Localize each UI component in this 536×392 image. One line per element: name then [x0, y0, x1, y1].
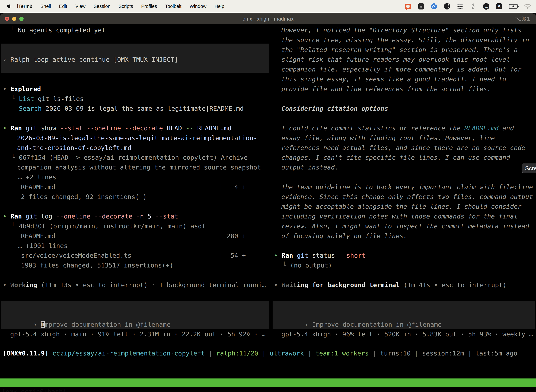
elided-lines-note: … +2 lines	[18, 172, 56, 182]
menu-item-shell[interactable]: Shell	[36, 4, 55, 9]
apple-icon	[7, 3, 11, 9]
reasoning-text-line: might be acceptable alongside the file l…	[281, 202, 522, 211]
list-tool-line: └ List git ls-files	[11, 94, 84, 104]
tmux-status-bar: [omx-cczip0:bash* "MacBook-Pro-44.local"…	[0, 378, 536, 387]
elided-lines-note: … +1901 lines	[18, 241, 68, 251]
menu-item-toolbelt[interactable]: Toolbelt	[161, 4, 186, 9]
battery-icon[interactable]	[509, 3, 518, 10]
right-session-stats: gpt-5.4 xhigh · 96% left · 520K in · 5.8…	[281, 329, 533, 339]
diffstat-line: README.md | 4 +	[21, 182, 246, 192]
command-arg-line: and-the-erosion-of-copyleft.md	[17, 143, 131, 153]
commit-output-line: └ 067f154 (HEAD -> essay/ai-reimplementa…	[11, 153, 248, 163]
badge-61-icon[interactable]: ..61	[483, 3, 490, 10]
screen-tooltip: Scre	[522, 163, 536, 173]
reasoning-text-line: references need actual files, and since …	[281, 143, 525, 153]
command-arg-line: 2026-03-09-is-legal-the-same-as-legitima…	[17, 133, 257, 143]
menu-item-iterm2[interactable]: iTerm2	[13, 4, 36, 9]
prompt-chevron-icon: ›	[33, 321, 41, 328]
a-key-icon[interactable]: A	[496, 3, 502, 10]
reasoning-text-line: companion file, especially if more comme…	[281, 65, 522, 74]
tree-guide	[12, 132, 12, 155]
a-key-label: A	[496, 3, 502, 9]
explored-header: • Explored	[3, 84, 41, 94]
terminal-content[interactable]: └ No agents completed yet › Ralph loop a…	[0, 24, 536, 392]
working-status-line: • Working (11m 13s • esc to interrupt) ·…	[3, 280, 266, 290]
reasoning-text-line: the "Related research writing" section i…	[281, 45, 518, 55]
ran-git-status-line: • Ran git status --short	[274, 251, 365, 261]
reasoning-text-line: changes, I can't cite specific file line…	[281, 153, 510, 163]
reasoning-text-line: including verification notes with those …	[281, 211, 518, 221]
menu-item-scripts[interactable]: Scripts	[115, 4, 137, 9]
reasoning-text-line: evidence. Since this change only affects…	[281, 192, 533, 202]
menu-item-edit[interactable]: Edit	[55, 4, 72, 9]
badge-61-label: ..61	[483, 3, 489, 10]
prompt-chevron-icon: ›	[304, 321, 312, 328]
reasoning-text-line: this single essay, it seems like a good …	[281, 74, 506, 84]
diffstat-line: README.md | 280 +	[21, 231, 246, 241]
diffstat-summary-line: 1903 files changed, 513517 insertions(+)	[21, 261, 173, 270]
prompt-placeholder: mprove documentation in @filename	[45, 321, 170, 328]
commit-output-line: companion analysis without altering the …	[17, 163, 261, 172]
squiggle-icon[interactable]	[469, 3, 477, 10]
ran-git-log-line: • Ran git log --oneline --decorate -n 5 …	[3, 211, 178, 221]
ran-git-show-line: • Ran git show --stat --oneline --decora…	[3, 123, 232, 133]
reasoning-text-line: the source tree, missing the essay. Stil…	[281, 35, 529, 45]
menu-item-window[interactable]: Window	[186, 4, 211, 9]
menu-item-help[interactable]: Help	[211, 4, 228, 9]
tmux-session-label[interactable]: [omx-cczip0:bash*	[2, 387, 67, 392]
wifi-icon[interactable]	[524, 3, 531, 10]
reasoning-text-line: I could cite commit statistics or refere…	[281, 123, 514, 133]
blue-bolt-icon[interactable]	[431, 3, 438, 10]
dots-grid-icon[interactable]	[456, 3, 464, 10]
keypad-shield-icon[interactable]	[417, 3, 425, 10]
window-shortcut-badge: ⌥⌘1	[515, 13, 530, 24]
window-title: omx --xhigh --madmax	[0, 13, 536, 24]
reasoning-text-line: review. Also, I might want to inspect th…	[281, 221, 529, 231]
prompt-placeholder: Improve documentation in @filename	[312, 321, 442, 328]
left-session-stats: gpt-5.4 xhigh · main · 91% left · 2.31M …	[10, 329, 266, 339]
right-prompt-input[interactable]: › Improve documentation in @filename	[274, 310, 442, 320]
diffstat-line: src/voice/voiceModeEnabled.ts | 54 +	[21, 251, 246, 261]
omx-status-line: [OMX#0.11.9] cczip/essay/ai-reimplementa…	[3, 348, 517, 358]
ralph-loop-line: › Ralph loop active continue [OMX_TMUX_I…	[3, 55, 178, 65]
search-tool-line: Search 2026-03-09-is-legal-the-same-as-l…	[19, 104, 244, 113]
right-pane-bottom-border	[271, 344, 536, 344]
no-output-line: └ (no output)	[282, 261, 332, 270]
iterm2-window: omx --xhigh --madmax ⌥⌘1 └ No agents com…	[0, 13, 536, 392]
menu-bar: iTerm2 Shell Edit View Session Scripts P…	[0, 0, 536, 13]
reasoning-text-line: The team guideline is to back every impo…	[281, 182, 533, 192]
menu-item-session[interactable]: Session	[90, 4, 115, 9]
menubar-status-icons: ..61 A	[404, 3, 536, 10]
reasoning-text-line: However, I noticed the "Directory Struct…	[281, 25, 522, 35]
reasoning-text-line: provide file and line references from th…	[281, 84, 491, 94]
reasoning-section-heading: Considering citation options	[281, 104, 388, 113]
diffstat-summary-line: 2 files changed, 92 insertions(+)	[21, 192, 147, 202]
menu-item-profiles[interactable]: Profiles	[137, 4, 161, 9]
menu-item-view[interactable]: View	[71, 4, 90, 9]
right-pane[interactable]: However, I noticed the "Directory Struct…	[271, 24, 536, 344]
text-cursor: I	[41, 321, 45, 328]
left-pane[interactable]: └ No agents completed yet › Ralph loop a…	[0, 24, 271, 344]
title-bar[interactable]: omx --xhigh --madmax ⌥⌘1	[0, 13, 536, 24]
left-pane-bottom-border	[0, 344, 271, 344]
reasoning-text-line: output instead.	[281, 163, 339, 172]
commit-output-line: └ 4b9d30f (origin/main, instructkr/main,…	[11, 221, 206, 231]
agents-status-line: └ No agents completed yet	[10, 25, 105, 35]
apple-menu[interactable]	[7, 3, 11, 9]
reasoning-text-line: essay file, along with finding root file…	[281, 133, 495, 143]
reasoning-text-line: slight risk that future readers may over…	[281, 55, 510, 65]
left-prompt-input[interactable]: › Improve documentation in @filename	[3, 310, 171, 320]
reasoning-text-line: of focusing solely on file lines.	[281, 231, 407, 241]
dark-crescent-icon[interactable]	[444, 3, 450, 10]
waiting-status-line: • Waiting for background terminal (1m 41…	[274, 280, 507, 290]
chat-bubble-icon[interactable]	[404, 3, 412, 10]
